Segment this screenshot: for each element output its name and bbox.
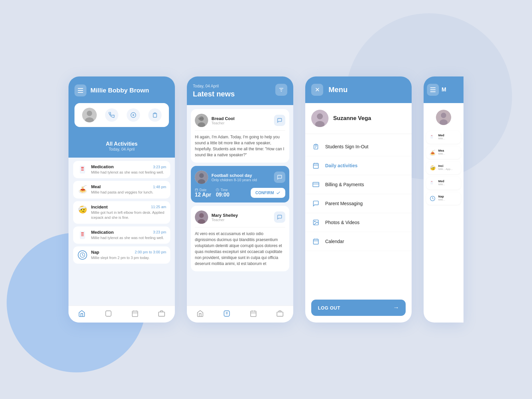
nap-icon: [77, 250, 88, 260]
menu-item-label: Daily activities: [325, 163, 357, 168]
event-avatar: [195, 171, 208, 184]
clipboard-action-button[interactable]: [148, 108, 162, 122]
svg-rect-62: [313, 182, 319, 187]
menu-item-messaging[interactable]: Parent Messaging: [305, 194, 412, 213]
screens-container: Millie Bobby Brown: [68, 76, 464, 323]
svg-point-1: [87, 111, 92, 116]
medication-icon: [77, 164, 88, 175]
activity-card-medication1: Medication 3:23 pm Millie had tylenot as…: [73, 161, 170, 178]
news-list: Bread Cool Teacher Hi again, I'm Adam. T…: [187, 105, 293, 306]
add-action-button[interactable]: [127, 108, 140, 122]
section-subtitle: Today, 04 April: [68, 147, 175, 152]
svg-point-65: [315, 221, 316, 222]
news-header-top: Today, 04 April Latest news: [193, 84, 287, 98]
activity-content: Meal 1:48 pm Millie had pasta and veggie…: [91, 184, 166, 195]
logout-button[interactable]: LOG OUT →: [311, 300, 406, 316]
svg-rect-10: [81, 170, 84, 171]
filter-button[interactable]: [275, 84, 287, 96]
screen4-card-4: Med Milli...: [426, 177, 461, 190]
svg-rect-78: [431, 181, 433, 185]
menu-line: [430, 91, 436, 92]
news-card-bread-cool: Bread Cool Teacher Hi again, I'm Adam. T…: [191, 109, 289, 163]
svg-point-42: [199, 213, 204, 218]
event-desc: Only children 8-10 years old: [211, 178, 257, 182]
menu-btn-partial[interactable]: [427, 84, 439, 96]
activity-content: Incident 11:25 am Millie got hurt in lef…: [91, 204, 166, 220]
screen2-header: Today, 04 April Latest news: [187, 76, 293, 105]
menu-line: [430, 89, 436, 90]
svg-point-53: [317, 113, 323, 119]
svg-line-82: [433, 199, 434, 199]
svg-rect-51: [277, 312, 283, 316]
close-button[interactable]: ✕: [311, 84, 323, 96]
user-name-header: Millie Bobby Brown: [90, 87, 149, 94]
user-avatar: [82, 108, 97, 122]
nav-news[interactable]: [223, 310, 230, 317]
activities-list: Medication 3:23 pm Millie had tylenot as…: [68, 158, 175, 306]
nav-home[interactable]: [78, 310, 85, 317]
nav-calendar2[interactable]: [250, 310, 257, 317]
svg-rect-23: [159, 312, 165, 316]
menu-item-students[interactable]: Students Sign In-Out: [305, 137, 412, 156]
activity-desc: Millie had pasta and veggies for lunch.: [91, 190, 166, 195]
svg-rect-79: [431, 181, 433, 182]
menu-title: Menu: [329, 85, 347, 94]
screen4-card-1: Med Milli...: [426, 131, 461, 144]
activity-content: Medication 3:23 pm Millie had tylenot as…: [91, 230, 166, 240]
svg-rect-18: [106, 311, 111, 317]
news-card-mary-shelley: Mary Shelley Teacher At vero eos et accu…: [191, 206, 289, 271]
activity-card-incident: 🤕 Incident 11:25 am Millie got hurt in l…: [73, 201, 170, 224]
news-chat-button2[interactable]: [274, 211, 285, 223]
screen4-user-avatar: [436, 110, 451, 125]
menu-item-billing[interactable]: Billing & Payments: [305, 175, 412, 194]
event-date-label: Date: [195, 188, 211, 192]
nav-briefcase[interactable]: [158, 310, 165, 317]
activity-card-medication2: Medication 3:23 pm Millie had tylenot as…: [73, 226, 170, 244]
calendar-icon: [311, 237, 321, 246]
screen4-card-2: 🍝 Mea Milli...: [426, 146, 461, 159]
messaging-icon: [311, 199, 321, 208]
activity-title: Incident: [91, 204, 108, 209]
svg-rect-8: [81, 167, 84, 168]
nav-home2[interactable]: [197, 310, 204, 317]
daily-icon: [311, 161, 321, 170]
menu-item-calendar[interactable]: Calendar: [305, 232, 412, 251]
menu-button[interactable]: [74, 84, 86, 96]
logout-icon: →: [393, 304, 399, 311]
activity-card-meal: 🍝 Meal 1:48 pm Millie had pasta and vegg…: [73, 181, 170, 198]
menu-user-name: Suzanne Vega: [333, 115, 371, 122]
menu-user-section: Suzanne Vega: [305, 103, 412, 134]
menu-item-photos[interactable]: Photos & Videos: [305, 213, 412, 232]
bread-cool-avatar: [195, 114, 208, 127]
phone-action-button[interactable]: [105, 108, 118, 122]
nav-briefcase2[interactable]: [276, 310, 284, 317]
svg-rect-9: [81, 169, 84, 169]
menu-user-avatar: [311, 110, 329, 127]
svg-line-17: [82, 255, 83, 256]
activity-title: Medication: [91, 164, 114, 169]
event-chat-button[interactable]: [274, 172, 285, 183]
activity-card-nap: Nap 2:00 pm to 3:00 pm Millie slept from…: [73, 246, 170, 264]
quick-actions-bar: [74, 103, 169, 127]
activity-desc: Millie had tylenot as she was not feelin…: [91, 235, 166, 240]
section-title-area: All Activities Today, 04 April: [68, 138, 175, 158]
screen4-body: Med Milli... 🍝 Mea Milli... 🤕 Inci: [424, 103, 464, 208]
nav-notifications[interactable]: [105, 310, 112, 317]
menu-item-label: Calendar: [325, 239, 344, 244]
news-role: Teacher: [211, 121, 234, 125]
news-title: Latest news: [193, 90, 235, 98]
news-body: Hi again, I'm Adam. Today, I'm going to …: [195, 134, 285, 158]
menu-item-daily[interactable]: Daily activities: [305, 156, 412, 175]
activity-desc: Millie had tylenot as she was not feelin…: [91, 170, 166, 175]
close-icon: ✕: [315, 86, 320, 93]
news-chat-button[interactable]: [274, 115, 285, 126]
news-role2: Teacher: [211, 218, 238, 222]
menu-item-label: Parent Messaging: [325, 201, 363, 206]
nav-calendar[interactable]: [131, 310, 139, 317]
confirm-button[interactable]: CONFIRM: [251, 188, 285, 198]
svg-rect-14: [81, 235, 84, 236]
incident-icon: 🤕: [77, 204, 88, 215]
screen1-header: Millie Bobby Brown: [68, 76, 175, 138]
svg-rect-66: [314, 239, 319, 244]
activity-title: Medication: [91, 230, 114, 235]
